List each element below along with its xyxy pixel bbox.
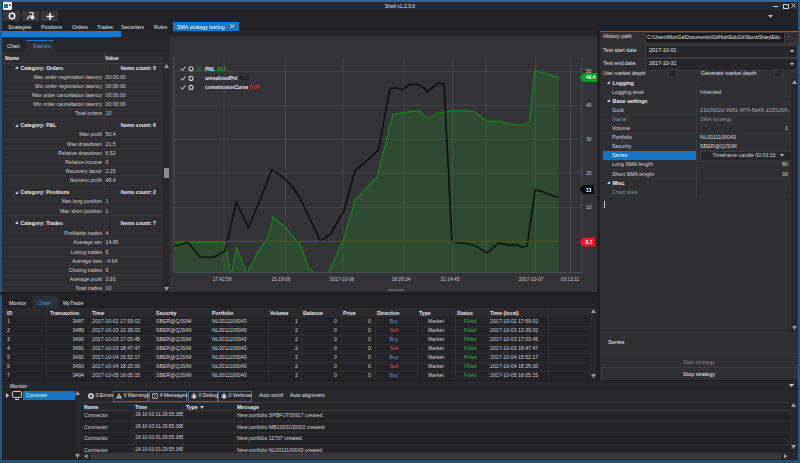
svg-text:20: 20 — [586, 170, 592, 176]
svg-text:50: 50 — [586, 68, 592, 74]
svg-text:17:42:59: 17:42:59 — [213, 277, 232, 282]
svg-text:commissionCurve 0.07: commissionCurve 0.07 — [205, 84, 260, 90]
svg-text:PNL 38.2: PNL 38.2 — [205, 66, 226, 72]
svg-text:unrealizedPnl 46.5: unrealizedPnl 46.5 — [205, 75, 249, 81]
svg-text:21:19:06: 21:19:06 — [272, 277, 291, 282]
svg-text:0.1: 0.1 — [586, 239, 593, 245]
svg-text:48.4: 48.4 — [586, 74, 596, 80]
svg-text:30: 30 — [586, 136, 592, 142]
svg-text:03:13:11: 03:13:11 — [561, 277, 580, 282]
svg-text:10: 10 — [586, 204, 592, 210]
svg-text:2017-10-06: 2017-10-06 — [330, 277, 355, 282]
svg-text:40: 40 — [586, 102, 592, 108]
svg-text:18:26:24: 18:26:24 — [392, 277, 411, 282]
svg-text:13: 13 — [586, 187, 592, 193]
svg-text:2017-10-07: 2017-10-07 — [519, 277, 544, 282]
svg-text:21:14:45: 21:14:45 — [441, 277, 460, 282]
